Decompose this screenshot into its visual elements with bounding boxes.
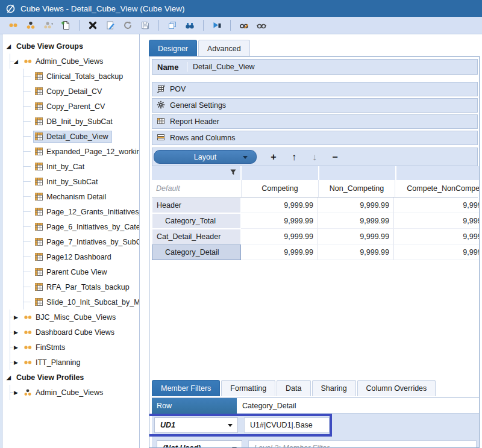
collapsed-triangle-icon[interactable]: ▶: [14, 314, 22, 320]
dots-cluster-add-icon[interactable]: [41, 18, 55, 33]
grid-cell[interactable]: 9,999.99: [318, 213, 394, 229]
toolbar-separator: [158, 20, 159, 31]
refresh-icon[interactable]: [120, 18, 135, 33]
tree-item-copy-detail-cv[interactable]: Copy_Detail_CV: [2, 84, 139, 99]
tab-designer[interactable]: Designer: [149, 40, 197, 57]
name-input[interactable]: Detail_Cube_View: [193, 63, 255, 71]
section-pov[interactable]: POV: [152, 82, 478, 96]
delete-x-icon[interactable]: [86, 18, 100, 33]
column-filter-cell[interactable]: [242, 166, 319, 180]
toolbar-separator: [203, 20, 204, 31]
designer-sections: POVGeneral SettingsReport HeaderRows and…: [152, 82, 479, 145]
section-rows-and-columns[interactable]: Rows and Columns: [152, 131, 478, 145]
grid-cell[interactable]: 9,999.99: [394, 213, 480, 229]
group-dots-icon: [23, 358, 32, 367]
expanded-triangle-icon[interactable]: ◢: [7, 43, 14, 49]
section-general-settings[interactable]: General Settings: [152, 98, 478, 113]
tree-item-cube-view-groups[interactable]: ◢Cube View Groups: [2, 39, 139, 54]
tab-data[interactable]: Data: [277, 380, 310, 396]
run-play-icon[interactable]: [210, 18, 224, 33]
level2-dimension-dropdown[interactable]: (Not Used): [157, 440, 242, 448]
tree-item-bjc-misc-cube-views[interactable]: ▶BJC_Misc_Cube_Views: [2, 310, 139, 325]
row-label[interactable]: Category_Total: [152, 213, 241, 229]
tree-item-label: Admin_Cube_Views: [36, 57, 103, 66]
dots-cluster-icon[interactable]: [23, 18, 38, 33]
eyeglasses-icon[interactable]: [254, 18, 269, 33]
tree-item-admin-cube-views[interactable]: ◢Admin_Cube_Views: [2, 54, 139, 69]
tree-item-page-7-intiatives-by-subca[interactable]: Page_7_Intiatives_by_SubCa: [2, 234, 139, 249]
level2-dropdown-value: (Not Used): [163, 444, 201, 448]
tree-item-rfa-par-totals-backup[interactable]: RFA_Par_Totals_backup: [2, 279, 139, 294]
collapsed-triangle-icon[interactable]: ▶: [14, 390, 22, 396]
tab-column-overrides[interactable]: Column Overrides: [357, 380, 436, 396]
tab-sharing[interactable]: Sharing: [312, 380, 356, 396]
tab-advanced[interactable]: Advanced: [198, 40, 250, 57]
row-label[interactable]: Cat_Detail_Header: [152, 229, 241, 244]
column-header-competing[interactable]: Competing: [242, 180, 319, 197]
tree-item-label: Expanded_Page_12_working: [46, 148, 140, 156]
column-header-non-competing[interactable]: Non_Competing: [319, 180, 395, 197]
copy-window-icon[interactable]: [165, 18, 180, 33]
binoculars-icon[interactable]: [183, 18, 197, 33]
collapsed-triangle-icon[interactable]: ▶: [14, 359, 22, 366]
tab-formatting[interactable]: Formatting: [221, 380, 275, 396]
move-up-icon[interactable]: ↑: [286, 152, 302, 163]
grid-cell[interactable]: 9,999.99: [318, 229, 394, 244]
orange-dots-icon[interactable]: [6, 18, 20, 33]
grid-cell[interactable]: 9,999.99: [241, 244, 318, 260]
designer-tab-strip: DesignerAdvanced: [149, 40, 250, 57]
toolbar-separator: [79, 20, 80, 31]
expanded-triangle-icon[interactable]: ◢: [7, 375, 14, 381]
tree-item-slide-10-init-subcat-by-me[interactable]: Slide_10_Init_Subcat_by_Me: [2, 294, 139, 310]
tree-item-dashboard-cube-views[interactable]: ▶Dashboard Cube Views: [2, 325, 139, 340]
grid-cell[interactable]: 9,999.99: [318, 244, 394, 260]
layout-dropdown-button[interactable]: Layout: [154, 150, 257, 164]
tree-item-page-6-initiatives-by-categ[interactable]: Page_6_Initiatives_by_Categ: [2, 219, 139, 234]
row-label[interactable]: Category_Detail: [152, 244, 241, 260]
grid-cell[interactable]: 9,999.99: [394, 198, 480, 213]
row-name-input[interactable]: Category_Detail: [237, 398, 479, 414]
tree-item-cube-view-profiles[interactable]: ◢Cube View Profiles: [2, 370, 139, 385]
collapsed-triangle-icon[interactable]: ▶: [14, 329, 22, 335]
tree-item-detail-cube-view[interactable]: Detail_Cube_View: [2, 129, 139, 144]
grid-cell[interactable]: 9,999.99: [394, 244, 480, 260]
tree-item-page12-dashboard[interactable]: Page12 Dashboard: [2, 249, 139, 264]
tree-item-db-init-by-subcat[interactable]: DB_Init_by_SubCat: [2, 114, 139, 129]
new-document-icon[interactable]: [58, 18, 73, 33]
section-report-header[interactable]: Report Header: [152, 114, 478, 129]
ud1-member-filter-input[interactable]: U1#|CVUD1|.Base: [244, 417, 330, 433]
grid-cell[interactable]: 9,999.99: [318, 198, 394, 213]
highlight-rectangle: UD1 U1#|CVUD1|.Base: [149, 414, 332, 437]
tree-item-itt-planning[interactable]: ▶ITT_Planning: [2, 355, 139, 370]
level2-member-filter-input[interactable]: Level 2: Member Filter: [248, 440, 477, 448]
edit-pencil-icon[interactable]: [103, 18, 117, 33]
tree-item-mechanism-detail[interactable]: Mechanism Detail: [2, 189, 139, 204]
row-label[interactable]: Header: [152, 198, 241, 213]
grid-cell[interactable]: 9,999.99: [241, 198, 318, 213]
ud1-dimension-dropdown[interactable]: UD1: [154, 417, 238, 433]
grid-cell[interactable]: 9,999.99: [394, 229, 480, 244]
column-filter-cell[interactable]: [396, 166, 480, 180]
tree-item-admin-cube-views[interactable]: ▶Admin_Cube_Views: [2, 385, 139, 400]
tree-item-label: Slide_10_Init_Subcat_by_Me: [46, 298, 140, 306]
tab-member-filters[interactable]: Member Filters: [152, 380, 220, 396]
remove-row-icon[interactable]: −: [327, 152, 343, 163]
binoculars-edit-icon[interactable]: [237, 18, 251, 33]
tree-item-init-by-cat[interactable]: Init_by_Cat: [2, 159, 139, 174]
tree-item-copy-parent-cv[interactable]: Copy_Parent_CV: [2, 99, 139, 114]
tree-item-page-12-grants-initiatives-[interactable]: Page_12_Grants_Initiatives_: [2, 204, 139, 219]
tree-item-finstmts[interactable]: ▶FinStmts: [2, 340, 139, 355]
add-row-icon[interactable]: +: [265, 152, 282, 163]
save-icon[interactable]: [138, 18, 152, 33]
grid-cell[interactable]: 9,999.99: [241, 213, 318, 229]
expanded-triangle-icon[interactable]: ◢: [14, 58, 22, 64]
tree-item-init-by-subcat[interactable]: Init_by_SubCat: [2, 174, 139, 189]
tree-item-expanded-page-12-working[interactable]: Expanded_Page_12_working: [2, 144, 139, 159]
grid-cell[interactable]: 9,999.99: [241, 229, 318, 244]
filter-funnel-icon[interactable]: [230, 169, 237, 178]
tree-item-parent-cube-view[interactable]: Parent Cube View: [2, 264, 139, 279]
tree-item-clinical-totals-backup[interactable]: Clinical_Totals_backup: [2, 69, 139, 84]
column-header-compete-noncompete[interactable]: Compete_NonCompete: [395, 180, 480, 197]
collapsed-triangle-icon[interactable]: ▶: [14, 344, 22, 350]
column-filter-cell[interactable]: [319, 166, 396, 180]
